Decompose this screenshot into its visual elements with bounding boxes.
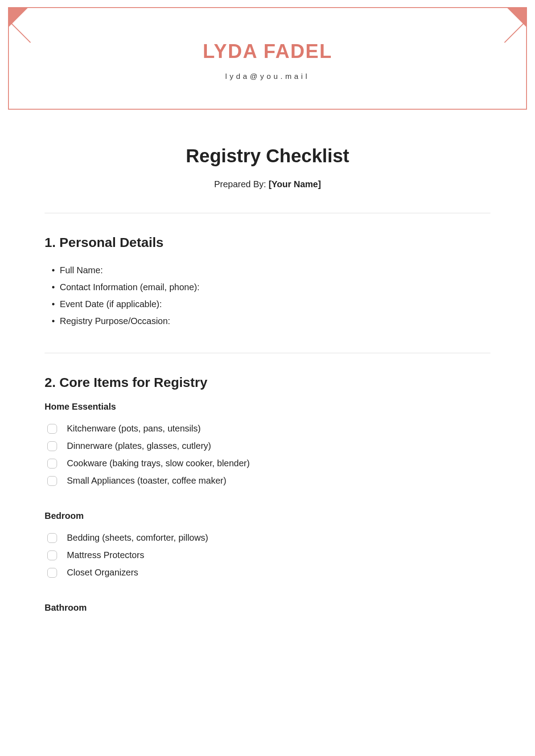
personal-details-list: Full Name: Contact Information (email, p… — [45, 262, 490, 329]
checklist-item: Mattress Protectors — [47, 546, 490, 564]
brand-name: LYDA FADEL — [203, 40, 333, 62]
list-item: Contact Information (email, phone): — [52, 279, 490, 296]
checklist-item-label: Dinnerware (plates, glasses, cutlery) — [67, 437, 211, 455]
prepared-by-line: Prepared By: [Your Name] — [45, 179, 490, 189]
list-item: Registry Purpose/Occasion: — [52, 312, 490, 329]
checkbox-icon[interactable] — [47, 533, 57, 543]
checklist-item: Bedding (sheets, comforter, pillows) — [47, 529, 490, 546]
divider — [45, 353, 490, 353]
checkbox-icon[interactable] — [47, 476, 57, 486]
divider — [45, 213, 490, 214]
group-heading-bathroom: Bathroom — [45, 603, 490, 613]
corner-decoration-top-right — [506, 7, 527, 28]
section-heading-personal: 1. Personal Details — [45, 235, 490, 250]
group-heading-home-essentials: Home Essentials — [45, 402, 490, 412]
checklist-item-label: Mattress Protectors — [67, 546, 144, 564]
checklist-item-label: Bedding (sheets, comforter, pillows) — [67, 529, 208, 546]
list-item: Full Name: — [52, 262, 490, 279]
corner-decoration-top-left — [8, 7, 29, 28]
checklist-item: Small Appliances (toaster, coffee maker) — [47, 472, 490, 489]
checkbox-icon[interactable] — [47, 441, 57, 451]
header-frame: LYDA FADEL lyda@you.mail — [8, 7, 527, 110]
group-heading-bedroom: Bedroom — [45, 511, 490, 521]
checklist-item: Cookware (baking trays, slow cooker, ble… — [47, 455, 490, 472]
checklist-item: Closet Organizers — [47, 564, 490, 581]
checklist-item-label: Cookware (baking trays, slow cooker, ble… — [67, 455, 250, 472]
section-heading-core: 2. Core Items for Registry — [45, 375, 490, 390]
checklist-home-essentials: Kitchenware (pots, pans, utensils) Dinne… — [45, 420, 490, 489]
checklist-item: Dinnerware (plates, glasses, cutlery) — [47, 437, 490, 455]
prepared-by-value: [Your Name] — [268, 179, 321, 189]
prepared-by-label: Prepared By: — [214, 179, 268, 189]
checkbox-icon[interactable] — [47, 568, 57, 578]
document-content: Registry Checklist Prepared By: [Your Na… — [0, 110, 535, 613]
checkbox-icon[interactable] — [47, 424, 57, 434]
checklist-item-label: Kitchenware (pots, pans, utensils) — [67, 420, 201, 437]
checklist-bedroom: Bedding (sheets, comforter, pillows) Mat… — [45, 529, 490, 581]
document-title: Registry Checklist — [45, 145, 490, 167]
checklist-item: Kitchenware (pots, pans, utensils) — [47, 420, 490, 437]
brand-email: lyda@you.mail — [225, 72, 310, 81]
checkbox-icon[interactable] — [47, 551, 57, 560]
list-item: Event Date (if applicable): — [52, 296, 490, 312]
checkbox-icon[interactable] — [47, 459, 57, 468]
checklist-item-label: Small Appliances (toaster, coffee maker) — [67, 472, 226, 489]
checklist-item-label: Closet Organizers — [67, 564, 138, 581]
